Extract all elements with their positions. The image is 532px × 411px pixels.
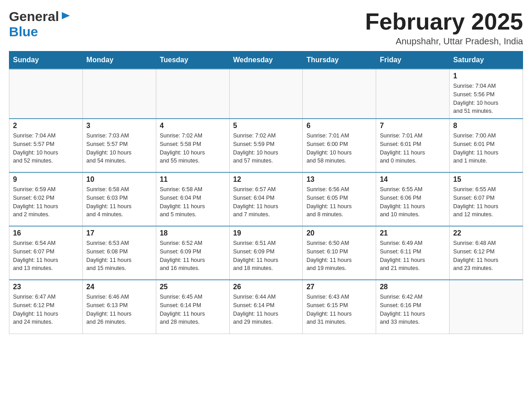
day-number: 8: [453, 122, 519, 130]
day-info: Sunrise: 6:43 AMSunset: 6:15 PMDaylight:…: [306, 293, 372, 326]
calendar-cell: [303, 69, 376, 119]
calendar-cell: 22Sunrise: 6:48 AMSunset: 6:12 PMDayligh…: [450, 226, 523, 280]
day-number: 18: [160, 229, 226, 237]
day-info: Sunrise: 7:00 AMSunset: 6:01 PMDaylight:…: [453, 132, 519, 165]
day-number: 2: [13, 122, 79, 130]
weekday-header-friday: Friday: [376, 51, 450, 69]
calendar-cell: [450, 280, 523, 334]
calendar-week-row: 9Sunrise: 6:59 AMSunset: 6:02 PMDaylight…: [9, 172, 523, 226]
day-number: 20: [306, 229, 372, 237]
calendar-cell: 25Sunrise: 6:45 AMSunset: 6:14 PMDayligh…: [156, 280, 229, 334]
day-info: Sunrise: 7:02 AMSunset: 5:59 PMDaylight:…: [233, 132, 299, 165]
day-info: Sunrise: 6:50 AMSunset: 6:10 PMDaylight:…: [306, 239, 372, 273]
calendar-week-row: 16Sunrise: 6:54 AMSunset: 6:07 PMDayligh…: [9, 226, 523, 280]
location-text: Anupshahr, Uttar Pradesh, India: [365, 36, 523, 47]
logo-arrow-icon: [60, 12, 70, 22]
weekday-header-saturday: Saturday: [450, 51, 523, 69]
calendar-cell: 15Sunrise: 6:55 AMSunset: 6:07 PMDayligh…: [450, 172, 523, 226]
day-number: 9: [13, 176, 79, 184]
day-info: Sunrise: 7:01 AMSunset: 6:01 PMDaylight:…: [380, 132, 446, 165]
day-number: 3: [86, 122, 152, 130]
calendar-cell: 19Sunrise: 6:51 AMSunset: 6:09 PMDayligh…: [229, 226, 303, 280]
day-info: Sunrise: 6:58 AMSunset: 6:04 PMDaylight:…: [160, 185, 226, 219]
calendar-cell: 28Sunrise: 6:42 AMSunset: 6:16 PMDayligh…: [376, 280, 450, 334]
calendar-cell: 23Sunrise: 6:47 AMSunset: 6:12 PMDayligh…: [9, 280, 83, 334]
weekday-header-tuesday: Tuesday: [156, 51, 229, 69]
calendar-cell: 10Sunrise: 6:58 AMSunset: 6:03 PMDayligh…: [82, 172, 156, 226]
calendar-cell: 26Sunrise: 6:44 AMSunset: 6:14 PMDayligh…: [229, 280, 303, 334]
day-info: Sunrise: 6:57 AMSunset: 6:04 PMDaylight:…: [233, 185, 299, 219]
day-number: 19: [233, 229, 299, 237]
calendar-cell: 6Sunrise: 7:01 AMSunset: 6:00 PMDaylight…: [303, 119, 376, 172]
title-section: February 2025 Anupshahr, Uttar Pradesh, …: [365, 9, 523, 47]
day-info: Sunrise: 6:59 AMSunset: 6:02 PMDaylight:…: [13, 185, 79, 219]
calendar-cell: 9Sunrise: 6:59 AMSunset: 6:02 PMDaylight…: [9, 172, 83, 226]
day-number: 27: [306, 283, 372, 291]
logo-general-text: General: [9, 9, 59, 24]
calendar-week-row: 2Sunrise: 7:04 AMSunset: 5:57 PMDaylight…: [9, 119, 523, 172]
calendar-cell: 11Sunrise: 6:58 AMSunset: 6:04 PMDayligh…: [156, 172, 229, 226]
calendar-cell: 24Sunrise: 6:46 AMSunset: 6:13 PMDayligh…: [82, 280, 156, 334]
logo: General Blue: [9, 9, 70, 39]
day-number: 13: [306, 176, 372, 184]
day-info: Sunrise: 6:53 AMSunset: 6:08 PMDaylight:…: [86, 239, 152, 273]
calendar-cell: 18Sunrise: 6:52 AMSunset: 6:09 PMDayligh…: [156, 226, 229, 280]
day-info: Sunrise: 6:58 AMSunset: 6:03 PMDaylight:…: [86, 185, 152, 219]
day-number: 7: [380, 122, 446, 130]
day-info: Sunrise: 7:04 AMSunset: 5:56 PMDaylight:…: [453, 82, 519, 116]
calendar-body: 1Sunrise: 7:04 AMSunset: 5:56 PMDaylight…: [9, 69, 523, 334]
weekday-header-sunday: Sunday: [9, 51, 83, 69]
day-number: 16: [13, 229, 79, 237]
day-number: 6: [306, 122, 372, 130]
calendar-week-row: 1Sunrise: 7:04 AMSunset: 5:56 PMDaylight…: [9, 69, 523, 119]
calendar-cell: 3Sunrise: 7:03 AMSunset: 5:57 PMDaylight…: [82, 119, 156, 172]
day-number: 17: [86, 229, 152, 237]
day-number: 26: [233, 283, 299, 291]
calendar-cell: [376, 69, 450, 119]
day-info: Sunrise: 6:52 AMSunset: 6:09 PMDaylight:…: [160, 239, 226, 273]
day-info: Sunrise: 6:47 AMSunset: 6:12 PMDaylight:…: [13, 293, 79, 326]
calendar-cell: [229, 69, 303, 119]
day-number: 21: [380, 229, 446, 237]
calendar-cell: 4Sunrise: 7:02 AMSunset: 5:58 PMDaylight…: [156, 119, 229, 172]
weekday-header-thursday: Thursday: [303, 51, 376, 69]
weekday-header-monday: Monday: [82, 51, 156, 69]
month-title: February 2025: [365, 9, 523, 34]
day-number: 23: [13, 283, 79, 291]
calendar-cell: 13Sunrise: 6:56 AMSunset: 6:05 PMDayligh…: [303, 172, 376, 226]
svg-marker-0: [62, 12, 70, 19]
day-number: 12: [233, 176, 299, 184]
day-info: Sunrise: 7:04 AMSunset: 5:57 PMDaylight:…: [13, 132, 79, 165]
calendar-cell: 8Sunrise: 7:00 AMSunset: 6:01 PMDaylight…: [450, 119, 523, 172]
day-info: Sunrise: 6:48 AMSunset: 6:12 PMDaylight:…: [453, 239, 519, 273]
calendar-header: SundayMondayTuesdayWednesdayThursdayFrid…: [9, 51, 523, 69]
weekday-header-wednesday: Wednesday: [229, 51, 303, 69]
calendar-cell: 5Sunrise: 7:02 AMSunset: 5:59 PMDaylight…: [229, 119, 303, 172]
day-number: 4: [160, 122, 226, 130]
calendar-cell: 1Sunrise: 7:04 AMSunset: 5:56 PMDaylight…: [450, 69, 523, 119]
day-info: Sunrise: 6:42 AMSunset: 6:16 PMDaylight:…: [380, 293, 446, 326]
page-header: General Blue February 2025 Anupshahr, Ut…: [9, 9, 523, 47]
day-info: Sunrise: 6:49 AMSunset: 6:11 PMDaylight:…: [380, 239, 446, 273]
day-info: Sunrise: 6:55 AMSunset: 6:06 PMDaylight:…: [380, 185, 446, 219]
day-info: Sunrise: 6:46 AMSunset: 6:13 PMDaylight:…: [86, 293, 152, 326]
calendar-table: SundayMondayTuesdayWednesdayThursdayFrid…: [9, 51, 523, 334]
day-info: Sunrise: 6:45 AMSunset: 6:14 PMDaylight:…: [160, 293, 226, 326]
day-number: 15: [453, 176, 519, 184]
day-info: Sunrise: 6:56 AMSunset: 6:05 PMDaylight:…: [306, 185, 372, 219]
day-number: 14: [380, 176, 446, 184]
day-number: 28: [380, 283, 446, 291]
calendar-cell: 7Sunrise: 7:01 AMSunset: 6:01 PMDaylight…: [376, 119, 450, 172]
calendar-cell: 21Sunrise: 6:49 AMSunset: 6:11 PMDayligh…: [376, 226, 450, 280]
calendar-cell: 16Sunrise: 6:54 AMSunset: 6:07 PMDayligh…: [9, 226, 83, 280]
day-number: 22: [453, 229, 519, 237]
day-info: Sunrise: 6:44 AMSunset: 6:14 PMDaylight:…: [233, 293, 299, 326]
calendar-cell: 20Sunrise: 6:50 AMSunset: 6:10 PMDayligh…: [303, 226, 376, 280]
day-number: 1: [453, 72, 519, 80]
day-number: 11: [160, 176, 226, 184]
calendar-cell: [82, 69, 156, 119]
day-number: 5: [233, 122, 299, 130]
day-number: 25: [160, 283, 226, 291]
calendar-cell: 14Sunrise: 6:55 AMSunset: 6:06 PMDayligh…: [376, 172, 450, 226]
calendar-week-row: 23Sunrise: 6:47 AMSunset: 6:12 PMDayligh…: [9, 280, 523, 334]
